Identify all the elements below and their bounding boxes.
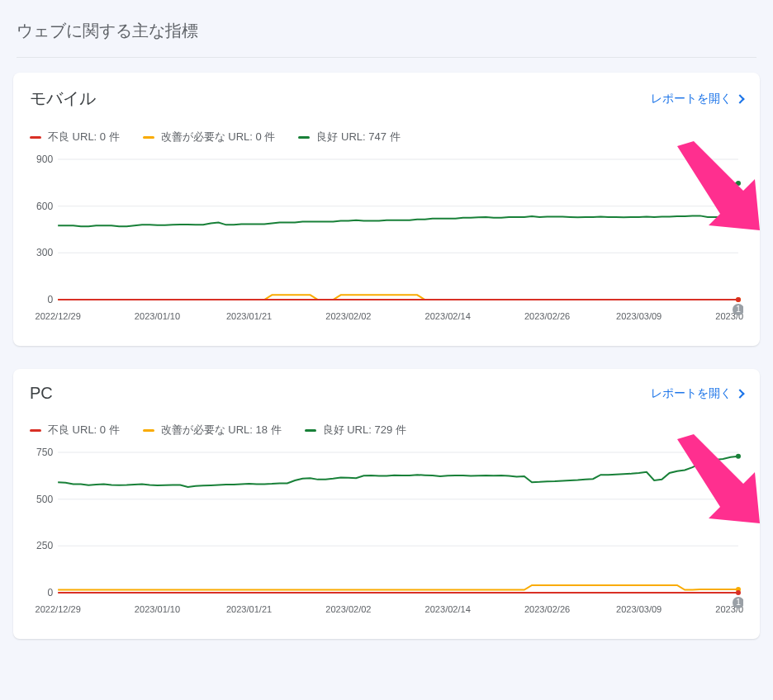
svg-text:1: 1 xyxy=(736,305,741,315)
legend-good-text: 良好 URL: 747 件 xyxy=(316,130,400,144)
swatch-need-icon xyxy=(143,136,154,139)
legend-good-text: 良好 URL: 729 件 xyxy=(323,423,406,438)
svg-text:2023/03/09: 2023/03/09 xyxy=(616,604,662,614)
svg-text:2023/02/26: 2023/02/26 xyxy=(524,604,570,614)
legend-need[interactable]: 改善が必要な URL: 0 件 xyxy=(143,130,276,144)
svg-text:600: 600 xyxy=(36,201,53,212)
svg-text:2022/12/29: 2022/12/29 xyxy=(36,311,81,321)
swatch-good-icon xyxy=(305,429,316,432)
legend-bad[interactable]: 不良 URL: 0 件 xyxy=(30,423,120,438)
svg-text:2023/02/14: 2023/02/14 xyxy=(425,604,471,614)
chevron-right-icon xyxy=(735,389,744,398)
legend-good[interactable]: 良好 URL: 747 件 xyxy=(298,130,400,144)
legend-need-text: 改善が必要な URL: 0 件 xyxy=(161,130,276,144)
svg-text:750: 750 xyxy=(36,447,53,458)
svg-text:2023/03/09: 2023/03/09 xyxy=(616,311,662,321)
svg-point-38 xyxy=(736,454,741,459)
card-mobile: モバイル レポートを開く 不良 URL: 0 件 改善が必要な URL: 0 件… xyxy=(13,73,760,346)
swatch-good-icon xyxy=(298,136,310,139)
svg-text:500: 500 xyxy=(36,494,53,505)
open-report-label: レポートを開く xyxy=(651,386,732,401)
svg-text:2023/02/02: 2023/02/02 xyxy=(325,311,371,321)
legend-good[interactable]: 良好 URL: 729 件 xyxy=(305,423,406,438)
svg-point-18 xyxy=(736,297,741,302)
svg-text:2023/01/21: 2023/01/21 xyxy=(226,604,272,614)
page-title: ウェブに関する主な指標 xyxy=(17,20,756,58)
svg-text:300: 300 xyxy=(36,247,53,258)
svg-text:250: 250 xyxy=(36,540,53,551)
legend-mobile: 不良 URL: 0 件 改善が必要な URL: 0 件 良好 URL: 747 … xyxy=(13,115,760,148)
card-header: PC レポートを開く xyxy=(13,369,760,408)
chart-mobile: 03006009002022/12/292023/01/102023/01/21… xyxy=(30,154,743,328)
swatch-bad-icon xyxy=(30,429,41,432)
svg-text:2023/01/10: 2023/01/10 xyxy=(135,604,180,614)
open-report-label: レポートを開く xyxy=(651,92,732,106)
svg-text:1: 1 xyxy=(736,598,741,608)
svg-text:0: 0 xyxy=(47,294,53,305)
svg-text:2023/02/14: 2023/02/14 xyxy=(425,311,471,321)
chart-wrap-mobile: 03006009002022/12/292023/01/102023/01/21… xyxy=(13,148,760,346)
card-pc: PC レポートを開く 不良 URL: 0 件 改善が必要な URL: 18 件 … xyxy=(13,369,760,639)
legend-bad[interactable]: 不良 URL: 0 件 xyxy=(30,130,120,144)
legend-bad-text: 不良 URL: 0 件 xyxy=(48,423,120,438)
svg-text:0: 0 xyxy=(47,587,53,598)
legend-bad-text: 不良 URL: 0 件 xyxy=(48,130,120,144)
legend-need[interactable]: 改善が必要な URL: 18 件 xyxy=(143,423,282,438)
svg-text:2023/02/02: 2023/02/02 xyxy=(325,604,371,614)
open-report-link-mobile[interactable]: レポートを開く xyxy=(651,92,743,106)
chart-pc: 02505007502022/12/292023/01/102023/01/21… xyxy=(30,447,743,621)
card-title-mobile: モバイル xyxy=(30,88,96,110)
swatch-need-icon xyxy=(143,429,154,432)
chevron-right-icon xyxy=(735,94,744,103)
legend-pc: 不良 URL: 0 件 改善が必要な URL: 18 件 良好 URL: 729… xyxy=(13,408,760,441)
svg-point-16 xyxy=(736,181,741,186)
svg-text:2023/02/26: 2023/02/26 xyxy=(524,311,570,321)
card-header: モバイル レポートを開く xyxy=(13,73,760,115)
card-title-pc: PC xyxy=(30,384,53,403)
svg-text:900: 900 xyxy=(36,154,53,165)
open-report-link-pc[interactable]: レポートを開く xyxy=(651,386,743,401)
swatch-bad-icon xyxy=(30,136,41,139)
legend-need-text: 改善が必要な URL: 18 件 xyxy=(161,423,282,438)
svg-text:2023/01/21: 2023/01/21 xyxy=(226,311,272,321)
svg-text:2022/12/29: 2022/12/29 xyxy=(36,604,81,614)
chart-wrap-pc: 02505007502022/12/292023/01/102023/01/21… xyxy=(13,441,760,639)
svg-point-40 xyxy=(736,590,741,595)
svg-text:2023/01/10: 2023/01/10 xyxy=(135,311,180,321)
